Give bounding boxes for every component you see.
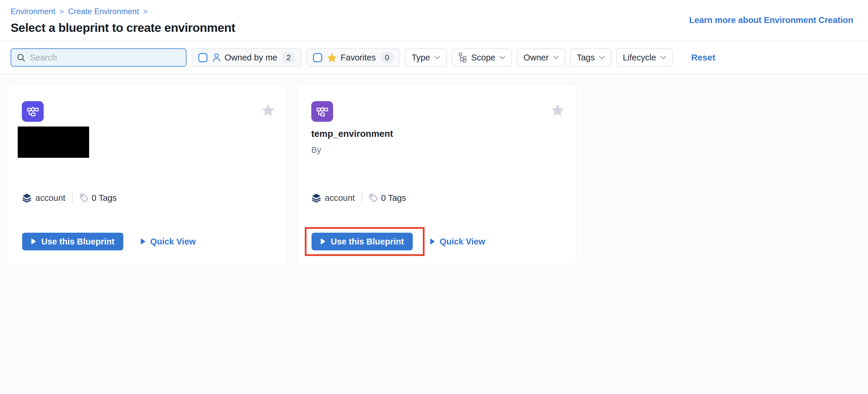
filter-owned-by-me[interactable]: Owned by me 2 (192, 48, 302, 67)
person-icon (212, 53, 221, 62)
blueprint-tile (22, 101, 44, 122)
search-input[interactable] (30, 53, 181, 63)
blueprint-card: temp_environment By account (297, 84, 577, 265)
redacted-blueprint-name (18, 127, 89, 158)
breadcrumb: Environment > Create Environment > (11, 7, 853, 16)
learn-more-link[interactable]: Learn more about Environment Creation (689, 15, 853, 25)
tags-dropdown-label: Tags (577, 53, 595, 63)
favorites-count-badge: 0 (381, 52, 394, 63)
quick-view-link[interactable]: Quick View (141, 237, 196, 247)
account-layers-icon (311, 193, 321, 203)
hierarchy-icon (458, 52, 467, 63)
play-icon (31, 238, 36, 245)
filter-owner-dropdown[interactable]: Owner (517, 48, 565, 67)
filter-type-dropdown[interactable]: Type (405, 48, 447, 67)
breadcrumb-separator: > (60, 7, 64, 16)
quick-view-label: Quick View (150, 237, 196, 247)
space-label: account (325, 193, 355, 203)
chevron-down-icon (553, 56, 559, 60)
blueprint-tile (311, 101, 333, 122)
reset-filters-link[interactable]: Reset (691, 53, 715, 63)
search-icon (17, 53, 26, 62)
favorite-star-icon[interactable] (262, 104, 275, 116)
quick-view-link[interactable]: Quick View (430, 237, 485, 247)
chevron-down-icon (599, 56, 605, 60)
favorites-checkbox[interactable] (313, 53, 322, 62)
owned-by-me-count-badge: 2 (282, 52, 295, 63)
blueprint-name: temp_environment (311, 129, 393, 139)
chevron-down-icon (499, 56, 505, 60)
lifecycle-dropdown-label: Lifecycle (623, 53, 656, 63)
tags-count-label: 0 Tags (92, 193, 117, 203)
card-meta-row: account 0 Tags (311, 192, 406, 204)
tag-icon (369, 193, 378, 203)
card-actions: Use this Blueprint Quick View (22, 233, 196, 251)
filter-bar: Owned by me 2 Favorites 0 Type (0, 41, 868, 74)
blueprint-flowchart-icon (26, 105, 39, 118)
quick-view-label: Quick View (440, 237, 485, 247)
owner-dropdown-label: Owner (523, 53, 549, 63)
owned-by-me-checkbox[interactable] (198, 53, 208, 62)
filter-tags-dropdown[interactable]: Tags (570, 48, 611, 67)
use-blueprint-button[interactable]: Use this Blueprint (312, 233, 413, 251)
filter-lifecycle-dropdown[interactable]: Lifecycle (616, 48, 673, 67)
tag-icon (79, 193, 89, 203)
account-layers-icon (22, 193, 32, 203)
chevron-down-icon (434, 56, 440, 60)
search-box[interactable] (11, 48, 186, 67)
play-icon (320, 238, 326, 245)
favorite-star-icon[interactable] (551, 104, 564, 116)
use-blueprint-label: Use this Blueprint (41, 237, 115, 247)
play-icon (141, 238, 146, 245)
favorites-label: Favorites (340, 53, 376, 63)
meta-divider (362, 192, 362, 204)
blueprint-catalog-page: Environment > Create Environment > Selec… (0, 0, 868, 394)
card-actions: Use this Blueprint Quick View (312, 233, 485, 251)
breadcrumb-environment[interactable]: Environment (11, 7, 56, 16)
blueprint-author: By (311, 145, 321, 155)
meta-divider (72, 192, 72, 204)
blueprint-card: account 0 Tags Use this Blueprint (7, 84, 287, 265)
use-blueprint-button[interactable]: Use this Blueprint (22, 233, 123, 251)
star-icon (327, 53, 337, 63)
chevron-down-icon (660, 56, 666, 60)
blueprint-flowchart-icon (316, 105, 329, 118)
blueprint-card-grid: account 0 Tags Use this Blueprint (0, 74, 868, 393)
breadcrumb-separator: > (143, 7, 148, 16)
filter-favorites[interactable]: Favorites 0 (307, 48, 400, 67)
breadcrumb-create-environment[interactable]: Create Environment (68, 7, 139, 16)
card-meta-row: account 0 Tags (22, 192, 117, 204)
owned-by-me-label: Owned by me (224, 53, 277, 63)
use-blueprint-label: Use this Blueprint (331, 237, 404, 247)
filter-scope-dropdown[interactable]: Scope (452, 48, 512, 67)
space-label: account (35, 193, 65, 203)
page-header: Environment > Create Environment > Selec… (0, 0, 868, 41)
play-icon (430, 238, 435, 245)
scope-dropdown-label: Scope (471, 53, 495, 63)
type-dropdown-label: Type (411, 53, 430, 63)
tags-count-label: 0 Tags (381, 193, 406, 203)
